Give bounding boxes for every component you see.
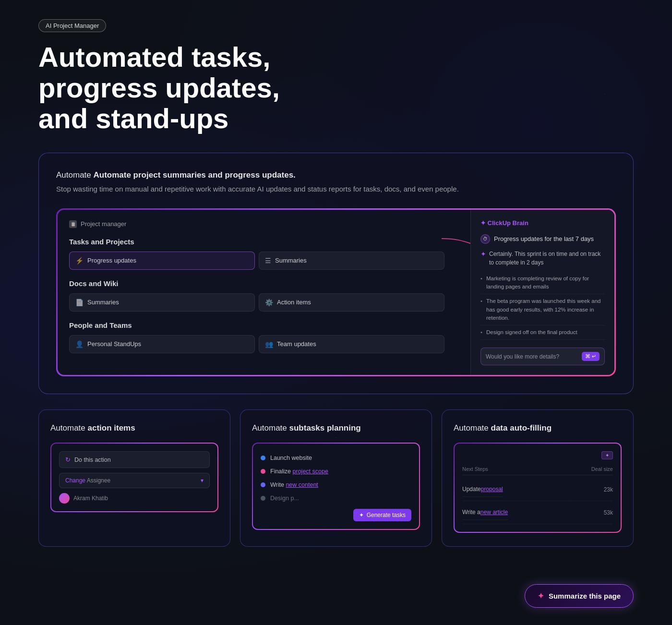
main-feature-card: Automate Automate project summaries and … (38, 153, 634, 394)
ai-input-submit-badge[interactable]: ⌘ ↵ (582, 352, 600, 361)
task-doc-summaries[interactable]: 📄 Summaries (69, 293, 255, 312)
card-data-fill: Automate data auto-filling ✦ Next Steps … (442, 409, 634, 547)
ai-sparkle-icon: ✦ (605, 453, 609, 458)
summarize-label: Summarize this page (549, 592, 621, 600)
action-icon: ⚙️ (265, 299, 273, 306)
subtask-2: Finalize project scope (261, 465, 411, 478)
card-description: Automate Automate project summaries and … (56, 170, 616, 195)
ai-bullet-2: The beta program was launched this week … (480, 294, 605, 325)
task-progress-updates[interactable]: ⚡ Progress updates (69, 252, 255, 270)
action-do-item: ↻ Do this action (59, 451, 210, 468)
user-name: Akram Khatib (73, 495, 108, 502)
tasks-grid: ⚡ Progress updates ☰ Summaries (69, 252, 444, 270)
data-fill-visual: ✦ Next Steps Deal size Update proposal 2… (454, 443, 622, 533)
summaries-icon: ☰ (265, 257, 271, 264)
data-row-2: Write a new article 53k (462, 501, 613, 524)
task-action-items[interactable]: ⚙️ Action items (259, 293, 444, 312)
summarize-button[interactable]: ✦ Summarize this page (525, 584, 634, 608)
ai-bullet-1: Marketing is completing review of copy f… (480, 272, 605, 295)
card-data-fill-title: Automate data auto-filling (454, 423, 622, 433)
ai-input-badge-key: ↵ (592, 353, 596, 360)
action-user: Akram Khatib (59, 493, 210, 504)
summarize-icon: ✦ (538, 591, 544, 601)
ai-sparkle-badge: ✦ (601, 451, 613, 459)
ai-response-header: ✦ Certainly. This sprint is on time and … (480, 250, 605, 267)
task-action-items-label: Action items (277, 299, 311, 306)
ai-input-placeholder: Would you like more details? (486, 353, 578, 360)
ai-intro-text: Certainly. This sprint is on time and on… (489, 250, 605, 267)
sparkle-icon: ✦ (480, 250, 486, 258)
project-manager-icon: 📋 (69, 220, 77, 228)
section-docs-title: Docs and Wiki (69, 279, 444, 288)
bottom-cards: Automate action items ↻ Do this action C… (38, 409, 634, 547)
generate-label: Generate tasks (367, 512, 406, 518)
subtask-4: Design p... (261, 492, 411, 505)
data-step-2: Write a new article (462, 505, 508, 520)
subtask-3: Write new content (261, 478, 411, 492)
action-do-text: Do this action (74, 457, 111, 463)
user-avatar (59, 493, 70, 504)
task-standup-label: Personal StandUps (87, 340, 141, 348)
card-subtasks-title: Automate subtasks planning (252, 423, 420, 433)
subtasks-visual-inner: Launch website Finalize project scope Wr… (253, 444, 419, 529)
ai-sparkle-row: ✦ (462, 451, 613, 459)
demo-panel-inner: 📋 Project manager Tasks and Projects ⚡ P… (58, 210, 614, 375)
data-fill-visual-inner: ✦ Next Steps Deal size Update proposal 2… (455, 444, 621, 532)
doc-icon: 📄 (75, 299, 84, 306)
demo-header: 📋 Project manager (69, 220, 444, 228)
generate-icon: ✦ (359, 512, 364, 518)
action-select[interactable]: Change Assignee ▾ (59, 473, 210, 488)
ai-bullet-3: Design signed off on the final product (480, 325, 605, 340)
subtask-dot-4 (261, 496, 265, 501)
data-step-1: Update proposal (462, 482, 503, 497)
subtasks-visual: Launch website Finalize project scope Wr… (252, 443, 420, 530)
card-action-items-title: Automate action items (50, 423, 218, 433)
ai-query-text: Progress updates for the last 7 days (494, 235, 594, 242)
generate-btn-row: ✦ Generate tasks (261, 505, 411, 521)
ai-badge-label: AI Project Manager (46, 22, 99, 29)
section-people-title: People and Teams (69, 321, 444, 329)
section-tasks-title: Tasks and Projects (69, 238, 444, 246)
action-change-label: Change Assignee (65, 477, 110, 484)
demo-header-label: Project manager (81, 220, 126, 228)
data-value-2: 53k (604, 509, 613, 516)
people-grid: 👤 Personal StandUps 👥 Team updates (69, 335, 444, 353)
generate-tasks-button[interactable]: ✦ Generate tasks (353, 509, 411, 521)
task-doc-summaries-label: Summaries (87, 299, 119, 306)
subtask-dot-1 (261, 456, 265, 460)
card-description-main: Automate Automate project summaries and … (56, 170, 616, 180)
data-table-header: Next Steps Deal size (462, 463, 613, 475)
col-header-deal: Deal size (591, 466, 613, 472)
connector-area (456, 210, 470, 375)
ai-query-icon: ⏱ (480, 234, 490, 244)
action-items-visual: ↻ Do this action Change Assignee ▾ Akram… (50, 443, 218, 512)
card-subtasks: Automate subtasks planning Launch websit… (240, 409, 432, 547)
task-summaries-label: Summaries (275, 257, 307, 264)
demo-panel: 📋 Project manager Tasks and Projects ⚡ P… (56, 208, 616, 377)
docs-grid: 📄 Summaries ⚙️ Action items (69, 293, 444, 312)
team-icon: 👥 (265, 340, 273, 348)
task-team-updates-label: Team updates (277, 340, 316, 348)
task-team-updates[interactable]: 👥 Team updates (259, 335, 444, 353)
data-row-1: Update proposal 23k (462, 478, 613, 501)
card-action-items: Automate action items ↻ Do this action C… (38, 409, 230, 547)
action-chevron: ▾ (201, 477, 204, 484)
data-value-1: 23k (604, 486, 613, 493)
person-icon: 👤 (75, 340, 84, 348)
task-standup[interactable]: 👤 Personal StandUps (69, 335, 255, 353)
demo-left: 📋 Project manager Tasks and Projects ⚡ P… (58, 210, 456, 375)
ai-badge: AI Project Manager (38, 19, 106, 32)
task-summaries[interactable]: ☰ Summaries (259, 252, 444, 270)
subtask-dot-3 (261, 482, 265, 487)
card-sub-text: Stop wasting time on manual and repetiti… (56, 184, 616, 195)
action-items-visual-inner: ↻ Do this action Change Assignee ▾ Akram… (51, 444, 217, 511)
ai-panel: ✦ ClickUp Brain ⏱ Progress updates for t… (470, 210, 614, 375)
ai-input-badge-icon: ⌘ (585, 353, 590, 360)
subtask-1: Launch website (261, 451, 411, 465)
progress-icon: ⚡ (75, 257, 84, 264)
col-header-steps: Next Steps (462, 466, 488, 472)
page-title: Automated tasks, progress updates, and s… (38, 42, 336, 133)
ai-input-area[interactable]: Would you like more details? ⌘ ↵ (480, 348, 605, 365)
card-description-bold: Automate project summaries and progress … (94, 170, 296, 180)
ai-bullets: Marketing is completing review of copy f… (480, 272, 605, 340)
